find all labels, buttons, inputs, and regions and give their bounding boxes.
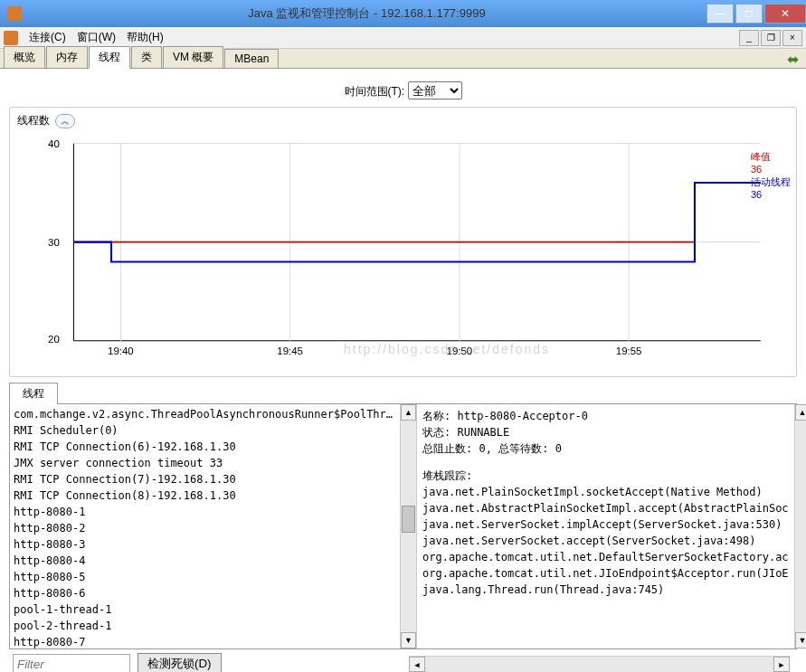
thread-list-item[interactable]: http-8080-7 xyxy=(14,634,396,648)
scroll-down-icon[interactable]: ▼ xyxy=(401,632,416,648)
thread-list-item[interactable]: http-8080-3 xyxy=(14,536,396,553)
thread-list-item[interactable]: http-8080-1 xyxy=(14,504,396,520)
mdi-close-button[interactable]: × xyxy=(782,30,802,46)
chart-title: 线程数 xyxy=(17,113,50,128)
thread-list-item[interactable]: http-8080-4 xyxy=(14,553,396,569)
stack-trace-lines: java.net.PlainSocketImpl.socketAccept(Na… xyxy=(422,484,789,598)
thread-list-item[interactable]: RMI TCP Connection(7)-192.168.1.30 xyxy=(14,471,396,487)
y-tick-20: 20 xyxy=(48,334,60,345)
tab-mbean[interactable]: MBean xyxy=(224,49,279,68)
thread-chart: 40 30 20 19:40 19:45 19:50 19:55 峰值36 活动… xyxy=(17,134,789,369)
stack-line: java.net.ServerSocket.accept(ServerSocke… xyxy=(422,533,789,549)
series-peak xyxy=(73,183,760,242)
x-tick: 19:55 xyxy=(616,345,642,356)
window-title: Java 监视和管理控制台 - 192.168.1.177:9999 xyxy=(29,5,705,22)
mdi-restore-button[interactable]: ❐ xyxy=(761,30,781,46)
time-range-row: 时间范围(T): 全部 xyxy=(5,74,801,107)
scroll-up-icon[interactable]: ▲ xyxy=(401,404,416,421)
detail-state-label: 状态: xyxy=(422,424,450,440)
thread-panel-tab[interactable]: 线程 xyxy=(9,383,58,404)
thread-list-item[interactable]: pool-1-thread-1 xyxy=(14,601,396,618)
thread-list-item[interactable]: pool-2-thread-1 xyxy=(14,618,396,634)
thread-list-item[interactable]: JMX server connection timeout 33 xyxy=(14,455,396,471)
thread-panel-body: com.mchange.v2.async.ThreadPoolAsynchron… xyxy=(9,403,797,649)
stack-line: java.net.AbstractPlainSocketImpl.accept(… xyxy=(422,500,789,516)
detail-waited-label: 总等待数: xyxy=(498,440,548,457)
thread-detail: 名称: http-8080-Acceptor-0 状态: RUNNABLE 总阻… xyxy=(417,404,806,648)
stack-line: java.net.PlainSocketImpl.socketAccept(Na… xyxy=(422,484,789,500)
thread-list-item[interactable]: http-8080-2 xyxy=(14,520,396,536)
tab-memory[interactable]: 内存 xyxy=(46,46,88,68)
time-range-select[interactable]: 全部 xyxy=(408,81,462,99)
thread-list-items: com.mchange.v2.async.ThreadPoolAsynchron… xyxy=(10,404,400,648)
close-button[interactable]: ✕ xyxy=(764,4,806,24)
detail-blocked-label: 总阻止数: xyxy=(422,440,472,457)
thread-list: com.mchange.v2.async.ThreadPoolAsynchron… xyxy=(10,404,417,648)
series-active xyxy=(73,183,760,261)
time-range-label: 时间范围(T): xyxy=(345,85,405,98)
thread-list-item[interactable]: http-8080-6 xyxy=(14,585,396,601)
tab-threads[interactable]: 线程 xyxy=(89,46,130,69)
thread-list-item[interactable]: com.mchange.v2.async.ThreadPoolAsynchron… xyxy=(14,406,396,422)
menu-window[interactable]: 窗口(W) xyxy=(71,30,121,45)
app-icon xyxy=(7,6,22,21)
connection-status-icon: ⬌ xyxy=(787,51,799,68)
stack-line: java.lang.Thread.run(Thread.java:745) xyxy=(422,582,789,598)
thread-detail-content: 名称: http-8080-Acceptor-0 状态: RUNNABLE 总阻… xyxy=(417,404,794,648)
detail-state-value: RUNNABLE xyxy=(457,426,509,439)
y-tick-30: 30 xyxy=(48,237,60,248)
thread-chart-section: 线程数 ︽ 40 30 20 19:40 19:45 xyxy=(9,107,797,377)
chart-legend: 峰值36 活动线程36 xyxy=(751,150,791,201)
collapse-button[interactable]: ︽ xyxy=(55,114,75,128)
mdi-minimize-button[interactable]: _ xyxy=(739,30,759,46)
menu-help[interactable]: 帮助(H) xyxy=(121,30,169,45)
maximize-button[interactable]: □ xyxy=(735,4,763,24)
stack-line: java.net.ServerSocket.implAccept(ServerS… xyxy=(422,516,789,533)
detect-deadlock-button[interactable]: 检测死锁(D) xyxy=(137,653,222,672)
x-tick: 19:40 xyxy=(108,345,134,356)
y-tick-40: 40 xyxy=(48,138,60,149)
java-icon xyxy=(4,31,18,45)
tab-vm-summary[interactable]: VM 概要 xyxy=(163,46,223,68)
detail-vertical-scrollbar[interactable]: ▲ ▼ xyxy=(794,404,806,648)
filter-input[interactable] xyxy=(13,654,130,672)
tab-classes[interactable]: 类 xyxy=(131,46,162,68)
x-tick: 19:50 xyxy=(447,345,473,356)
scroll-down-icon[interactable]: ▼ xyxy=(795,632,806,648)
detail-name-value: http-8080-Acceptor-0 xyxy=(457,410,588,422)
window-titlebar: Java 监视和管理控制台 - 192.168.1.177:9999 — □ ✕ xyxy=(0,0,806,27)
thread-list-item[interactable]: RMI TCP Connection(6)-192.168.1.30 xyxy=(14,439,396,455)
thread-list-item[interactable]: RMI Scheduler(0) xyxy=(14,422,396,439)
minimize-button[interactable]: — xyxy=(706,4,734,24)
stack-line: org.apache.tomcat.util.net.DefaultServer… xyxy=(422,549,789,565)
main-tabs: 概览 内存 线程 类 VM 概要 MBean ⬌ xyxy=(0,49,806,69)
vertical-scrollbar[interactable]: ▲ ▼ xyxy=(400,404,416,648)
menu-connect[interactable]: 连接(C) xyxy=(24,30,71,45)
stack-trace-label: 堆栈跟踪: xyxy=(422,468,789,484)
thread-list-item[interactable]: RMI TCP Connection(8)-192.168.1.30 xyxy=(14,487,396,504)
detail-blocked-value: 0, xyxy=(479,442,491,455)
detail-name-label: 名称: xyxy=(422,408,450,424)
scroll-thumb[interactable] xyxy=(402,506,415,533)
x-tick: 19:45 xyxy=(277,345,303,356)
detail-waited-value: 0 xyxy=(555,442,562,455)
scroll-up-icon[interactable]: ▲ xyxy=(795,404,806,421)
thread-list-item[interactable]: http-8080-5 xyxy=(14,569,396,585)
tab-overview[interactable]: 概览 xyxy=(4,46,45,68)
stack-line: org.apache.tomcat.util.net.JIoEndpoint$A… xyxy=(422,565,789,582)
